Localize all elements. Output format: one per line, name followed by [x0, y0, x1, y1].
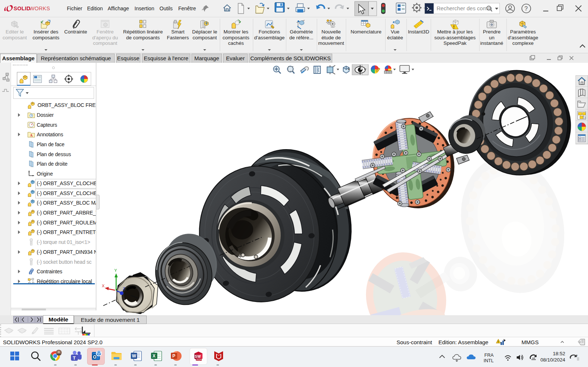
svg-text:z: z — [576, 354, 578, 357]
svg-text:P: P — [172, 353, 175, 359]
svg-text:SOLID: SOLID — [14, 6, 31, 11]
svg-text:Z: Z — [123, 287, 125, 291]
svg-text:INTL: INTL — [484, 358, 494, 363]
svg-text:WORKS: WORKS — [29, 6, 50, 11]
svg-text:FRA: FRA — [484, 353, 494, 358]
svg-text:X: X — [102, 284, 105, 288]
svg-text:2024: 2024 — [196, 358, 202, 361]
svg-text:!: ! — [498, 340, 499, 343]
svg-text:Y: Y — [114, 268, 117, 273]
svg-text:T: T — [73, 355, 76, 361]
svg-text:X: X — [153, 353, 155, 359]
svg-text:A: A — [30, 133, 33, 137]
svg-text:W: W — [132, 353, 136, 359]
svg-text:?: ? — [524, 6, 528, 12]
svg-text:O: O — [93, 355, 96, 360]
